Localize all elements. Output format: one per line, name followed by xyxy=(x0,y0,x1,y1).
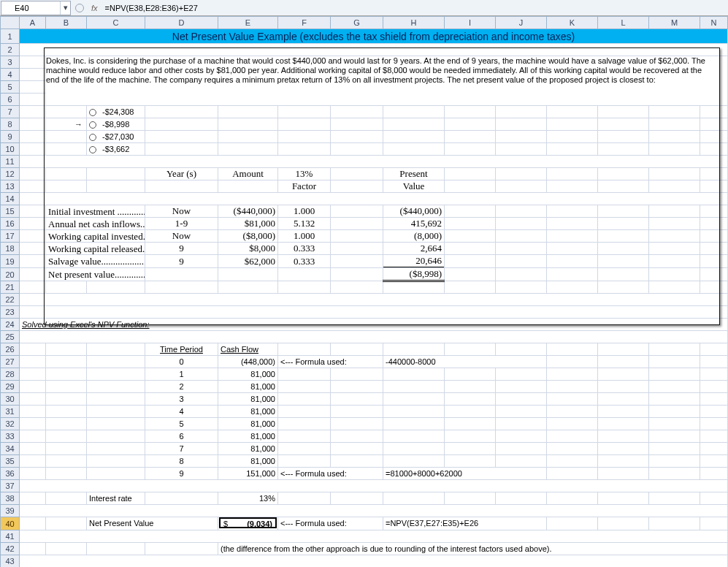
cell: 1 xyxy=(145,370,218,378)
row-header[interactable]: 32 xyxy=(1,418,20,430)
row-header[interactable]: 1 xyxy=(1,29,20,44)
row-header[interactable]: 8 xyxy=(1,118,20,131)
col-header[interactable]: D xyxy=(145,17,218,29)
radio-icon[interactable] xyxy=(89,121,96,129)
col-header[interactable]: J xyxy=(496,17,547,29)
row-header[interactable]: 25 xyxy=(1,331,20,343)
row-header[interactable]: 17 xyxy=(1,230,20,243)
col-header[interactable]: K xyxy=(547,17,598,29)
row-header[interactable]: 26 xyxy=(1,343,20,356)
col-header[interactable]: A xyxy=(20,17,46,29)
hdr-pv-top: Present xyxy=(383,168,444,180)
row-header[interactable]: 43 xyxy=(1,555,20,568)
row-header[interactable]: 22 xyxy=(1,294,20,306)
row-header[interactable]: 30 xyxy=(1,393,20,406)
radio-icon[interactable] xyxy=(89,146,96,153)
select-all-corner[interactable] xyxy=(1,17,20,29)
cell: 9 xyxy=(145,243,218,254)
row-header[interactable]: 24 xyxy=(1,319,20,331)
row-header[interactable]: 34 xyxy=(1,443,20,455)
cell: 8 xyxy=(145,457,218,465)
currency-symbol: $ xyxy=(223,519,228,530)
row-header[interactable]: 18 xyxy=(1,243,20,255)
row-header-selected[interactable]: 40 xyxy=(1,517,20,530)
arrow-right-icon: → xyxy=(46,120,85,129)
col-header[interactable]: H xyxy=(383,17,445,29)
row-header[interactable]: 42 xyxy=(1,543,20,555)
row-header[interactable]: 39 xyxy=(1,505,20,517)
cell: 9 xyxy=(145,256,218,267)
row-header[interactable]: 35 xyxy=(1,455,20,468)
row-header[interactable]: 2 xyxy=(1,44,20,56)
row-header[interactable]: 33 xyxy=(1,430,20,443)
row-header[interactable]: 38 xyxy=(1,492,20,505)
row-header[interactable]: 12 xyxy=(1,168,20,180)
npv-value: (9,034) xyxy=(247,520,272,528)
row-header[interactable]: 13 xyxy=(1,180,20,193)
cell: 1.000 xyxy=(278,230,330,242)
row-header[interactable]: 20 xyxy=(1,268,20,281)
row-header[interactable]: 4 xyxy=(1,69,20,81)
formula-note: <--- Formula used: xyxy=(280,517,347,530)
row-header[interactable]: 11 xyxy=(1,156,20,168)
col-header[interactable]: B xyxy=(46,17,87,29)
row-header[interactable]: 29 xyxy=(1,381,20,393)
row-header[interactable]: 41 xyxy=(1,530,20,543)
option-d: -$3,662 xyxy=(102,145,129,153)
row-header[interactable]: 15 xyxy=(1,205,20,218)
cell: 5 xyxy=(145,419,218,428)
cell: 81,000 xyxy=(218,432,277,441)
selected-cell[interactable]: $ (9,034) xyxy=(219,517,277,528)
row-header[interactable]: 36 xyxy=(1,468,20,480)
cell: 3 xyxy=(145,395,218,403)
cancel-icon[interactable] xyxy=(75,4,84,12)
cell: 0.333 xyxy=(278,256,330,267)
radio-icon[interactable] xyxy=(89,134,96,141)
cell: 81,000 xyxy=(218,419,277,428)
formula-text: -440000-8000 xyxy=(386,356,436,368)
row-header[interactable]: 19 xyxy=(1,255,20,268)
cell: 81,000 xyxy=(218,444,277,453)
spreadsheet-grid[interactable]: A B C D E F G H I J K L M N 1 Net Presen… xyxy=(0,16,728,567)
name-box-dropdown[interactable]: ▾ xyxy=(60,1,70,15)
row-header[interactable]: 37 xyxy=(1,480,20,492)
col-header[interactable]: M xyxy=(649,17,700,29)
col-header[interactable]: N xyxy=(700,17,728,29)
npv-label: Net Present Value xyxy=(89,517,153,530)
row-header[interactable]: 27 xyxy=(1,356,20,368)
row-header[interactable]: 6 xyxy=(1,94,20,106)
cell: 415,692 xyxy=(383,218,444,229)
hdr-amount: Amount xyxy=(218,168,277,180)
row-header[interactable]: 10 xyxy=(1,143,20,156)
row-header[interactable]: 14 xyxy=(1,193,20,205)
col-header[interactable]: C xyxy=(87,17,145,29)
row-header[interactable]: 5 xyxy=(1,81,20,94)
cell: 7 xyxy=(145,444,218,453)
row-header[interactable]: 9 xyxy=(1,131,20,143)
row-header[interactable]: 28 xyxy=(1,368,20,381)
col-header[interactable]: G xyxy=(331,17,383,29)
row-header[interactable]: 3 xyxy=(1,56,20,69)
radio-icon[interactable] xyxy=(89,109,96,116)
row-header[interactable]: 16 xyxy=(1,218,20,230)
option-b: -$8,998 xyxy=(102,120,129,129)
row-header[interactable]: 7 xyxy=(1,106,20,118)
formula-note: <--- Formula used: xyxy=(280,356,347,368)
cell: ($440,000) xyxy=(218,205,277,217)
col-header[interactable]: I xyxy=(445,17,496,29)
name-box[interactable]: E40 ▾ xyxy=(1,1,71,15)
fx-icon[interactable]: fx xyxy=(87,4,102,12)
formula-input[interactable] xyxy=(104,3,615,13)
cell: 81,000 xyxy=(218,395,277,403)
name-box-value: E40 xyxy=(1,4,29,12)
npv-result: ($8,998) xyxy=(383,268,444,280)
row-label: Salvage value..................... xyxy=(48,255,145,267)
row-header[interactable]: 21 xyxy=(1,281,20,294)
col-header[interactable]: F xyxy=(278,17,331,29)
row-header[interactable]: 31 xyxy=(1,406,20,418)
col-header[interactable]: L xyxy=(598,17,649,29)
col-header[interactable]: E xyxy=(218,17,278,29)
cell: 5.132 xyxy=(278,218,330,229)
row-header[interactable]: 23 xyxy=(1,306,20,319)
problem-text: Dokes, Inc. is considering the purchase … xyxy=(46,56,728,106)
